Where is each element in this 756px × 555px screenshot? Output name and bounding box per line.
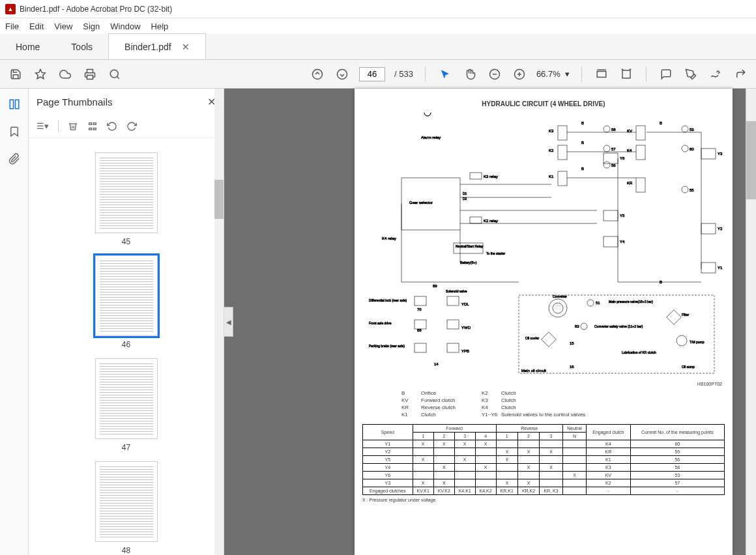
svg-text:51: 51: [596, 301, 600, 305]
tab-document[interactable]: Binder1.pdf ✕: [108, 33, 206, 59]
close-icon[interactable]: ✕: [182, 42, 190, 52]
print-icon[interactable]: [82, 66, 98, 82]
attachment-icon[interactable]: [7, 151, 22, 167]
svg-text:K2 relay: K2 relay: [484, 219, 498, 223]
svg-text:Oil sump: Oil sump: [682, 365, 695, 369]
svg-point-100: [553, 303, 563, 313]
svg-rect-68: [470, 173, 482, 179]
svg-point-82: [424, 113, 431, 116]
save-icon[interactable]: [8, 66, 23, 82]
svg-text:53: 53: [690, 128, 694, 132]
left-rail: [0, 89, 29, 555]
reflow-icon[interactable]: [87, 121, 98, 132]
thumbnails-toolbar: ☰▾: [29, 115, 224, 138]
rotate-ccw-icon[interactable]: [107, 121, 117, 132]
page-down-icon[interactable]: [334, 66, 350, 82]
thumbnail-item[interactable]: 48: [29, 461, 224, 555]
svg-text:B: B: [581, 141, 584, 145]
svg-rect-17: [15, 100, 18, 109]
comment-icon[interactable]: [658, 66, 674, 82]
tab-document-label: Binder1.pdf: [124, 42, 171, 52]
svg-text:Solenoid valve: Solenoid valve: [446, 289, 467, 293]
svg-text:Converter safety valve (11+2 b: Converter safety valve (11+2 bar): [594, 324, 643, 328]
tabs-row: Home Tools Binder1.pdf ✕: [0, 34, 756, 60]
svg-text:Main oil circuit: Main oil circuit: [521, 369, 546, 373]
thumbnails-list[interactable]: 4546474849: [29, 138, 224, 555]
window-title: Binder1.pdf - Adobe Acrobat Pro DC (32-b…: [20, 5, 172, 14]
menu-help[interactable]: Help: [151, 21, 169, 31]
more-icon[interactable]: [733, 66, 748, 82]
zoom-in-icon[interactable]: [512, 66, 527, 82]
svg-text:Main pressure valve(16+3 bar): Main pressure valve(16+3 bar): [609, 300, 653, 304]
thumbnails-panel: Page Thumbnails ✕ ☰▾ 4546474849: [29, 89, 224, 555]
collapse-panel-icon[interactable]: ◀: [224, 307, 233, 337]
rotate-cw-icon[interactable]: [126, 121, 137, 132]
svg-text:15: 15: [570, 341, 574, 345]
thumbnail-item[interactable]: 46: [29, 255, 224, 349]
svg-text:K1: K1: [549, 175, 554, 178]
svg-text:57: 57: [611, 147, 616, 151]
sign-icon[interactable]: [708, 66, 723, 82]
menu-view[interactable]: View: [54, 21, 72, 31]
svg-rect-79: [447, 296, 459, 306]
select-icon[interactable]: [437, 66, 453, 82]
svg-rect-32: [636, 178, 645, 192]
svg-rect-19: [93, 122, 96, 124]
zoom-out-icon[interactable]: [487, 66, 502, 82]
svg-text:KR: KR: [627, 181, 633, 185]
menu-file[interactable]: File: [5, 21, 19, 31]
svg-point-41: [603, 145, 610, 152]
cloud-icon[interactable]: [57, 66, 73, 82]
menu-window[interactable]: Window: [110, 21, 140, 31]
document-area[interactable]: ◀ HYDRAULIC CIRCUIT (4 WHEEL DRIVE) K3 K…: [224, 89, 746, 555]
star-icon[interactable]: [33, 66, 48, 82]
svg-text:D1: D1: [463, 192, 467, 195]
fit-width-icon[interactable]: [594, 66, 609, 82]
thumbnails-icon[interactable]: [7, 96, 22, 112]
svg-text:Oil cooler: Oil cooler: [525, 336, 539, 340]
svg-rect-18: [89, 122, 92, 124]
thumbnail-item[interactable]: 47: [29, 358, 224, 452]
svg-point-45: [682, 126, 688, 132]
svg-text:Y6: Y6: [620, 156, 625, 160]
zoom-level[interactable]: 66.7% ▾: [536, 69, 570, 79]
svg-text:YWD: YWD: [461, 326, 471, 330]
svg-text:Battery(B+): Battery(B+): [460, 261, 477, 264]
svg-rect-55: [603, 210, 618, 221]
svg-rect-16: [10, 100, 13, 109]
page-title: HYDRAULIC CIRCUIT (4 WHEEL DRIVE): [362, 100, 725, 107]
svg-text:Neutral/Start Relay: Neutral/Start Relay: [456, 244, 484, 248]
delete-icon[interactable]: [68, 121, 78, 132]
hydraulic-diagram: K3 K2 K1 KV K4 KR BBB BB 58 57 56 53: [362, 113, 725, 380]
svg-text:Y3: Y3: [718, 152, 723, 156]
tab-home[interactable]: Home: [0, 34, 55, 59]
svg-rect-24: [558, 145, 567, 160]
hand-icon[interactable]: [462, 66, 478, 82]
thumbnails-scrollbar[interactable]: [214, 89, 224, 555]
svg-rect-61: [701, 263, 716, 273]
highlight-icon[interactable]: [683, 66, 699, 82]
svg-rect-13: [622, 70, 630, 78]
svg-marker-0: [36, 69, 46, 78]
svg-rect-59: [701, 223, 716, 234]
fit-page-icon[interactable]: [618, 66, 634, 82]
bookmark-icon[interactable]: [7, 124, 22, 139]
thumbnail-item[interactable]: 45: [29, 152, 224, 246]
document-scrollbar[interactable]: [746, 89, 756, 555]
menu-edit[interactable]: Edit: [29, 21, 44, 31]
svg-text:69: 69: [433, 284, 437, 288]
svg-text:Filter: Filter: [682, 313, 689, 317]
tab-tools[interactable]: Tools: [55, 34, 108, 59]
svg-point-102: [587, 300, 594, 306]
svg-point-5: [337, 69, 347, 79]
svg-point-39: [603, 126, 610, 132]
page-number-input[interactable]: [359, 67, 385, 81]
svg-text:Alarm relay: Alarm relay: [421, 135, 441, 139]
page-up-icon[interactable]: [310, 66, 325, 82]
thumbnail-label: 45: [122, 237, 130, 246]
thumbnail-label: 46: [122, 340, 130, 349]
list-options-icon[interactable]: ☰▾: [36, 121, 49, 131]
menu-sign[interactable]: Sign: [83, 21, 100, 31]
toolbar: / 533 66.7% ▾: [0, 60, 756, 89]
search-icon[interactable]: [107, 66, 123, 82]
